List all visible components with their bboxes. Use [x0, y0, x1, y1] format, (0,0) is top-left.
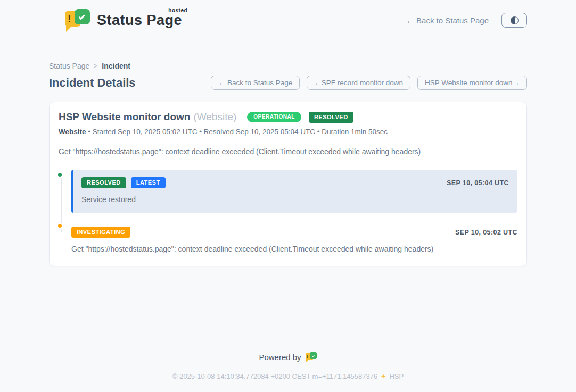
next-incident-button[interactable]: HSP Website monitor down→ [417, 76, 527, 90]
incident-title: HSP Website monitor down [59, 111, 190, 123]
incident-meta-details: • Started Sep 10, 2025 05:02 UTC • Resol… [88, 128, 388, 136]
brand-bubble-icon-small: ! [306, 352, 317, 363]
timeline-entry-badges: INVESTIGATING [71, 227, 130, 238]
timeline-entry-latest: RESOLVED LATEST SEP 10, 05:04 UTC Servic… [71, 170, 517, 213]
timeline-dot-resolved [56, 171, 63, 178]
header-back-link[interactable]: ← Back to Status Page [406, 16, 489, 25]
breadcrumb: Status Page > Incident [49, 62, 527, 70]
timeline-dot-investigating [56, 222, 63, 229]
powered-by-label: Powered by [259, 353, 301, 362]
exclamation-glyph: ! [68, 13, 71, 25]
timeline-entry-timestamp: SEP 10, 05:04 UTC [447, 179, 509, 187]
timeline-entry-badges: RESOLVED LATEST [81, 177, 166, 188]
brand-name: Status Page hosted [97, 12, 182, 29]
resolved-badge: RESOLVED [309, 112, 353, 123]
contrast-icon [511, 16, 519, 24]
title-row: Incident Details ← Back to Status Page ←… [49, 76, 527, 90]
brand-hosted-label: hosted [168, 7, 187, 13]
check-bubble-icon [310, 352, 317, 359]
brand-name-text: Status Page [97, 12, 182, 28]
incident-card: HSP Website monitor down (Website) OPERA… [49, 102, 527, 266]
copyright-suffix: HSP [389, 372, 404, 380]
site-header: ! Status Page hosted ← Back to Status Pa… [49, 0, 527, 32]
incident-component: (Website) [193, 111, 236, 123]
powered-by-row[interactable]: Powered by ! [0, 352, 576, 363]
sparkles-icon: ✦ [380, 372, 388, 380]
timeline-entry-timestamp: SEP 10, 05:02 UTC [455, 229, 517, 236]
incident-nav-buttons: ← Back to Status Page ←SPF record monito… [211, 76, 527, 90]
copyright-row: © 2025-10-08 14:10:34.772084 +0200 CEST … [0, 372, 576, 380]
prev-incident-button[interactable]: ←SPF record monitor down [307, 76, 410, 90]
timeline-entry-investigating: INVESTIGATING SEP 10, 05:02 UTC Get "htt… [71, 227, 517, 255]
incident-title-row: HSP Website monitor down (Website) OPERA… [59, 111, 517, 123]
copyright-text: © 2025-10-08 14:10:34.772084 +0200 CEST … [172, 372, 377, 380]
header-actions: ← Back to Status Page [406, 13, 527, 28]
theme-toggle-button[interactable] [501, 13, 527, 28]
breadcrumb-status-page[interactable]: Status Page [49, 62, 89, 70]
check-icon [79, 13, 85, 20]
timeline-resolved-badge: RESOLVED [81, 177, 126, 188]
timeline-entry-head: INVESTIGATING SEP 10, 05:02 UTC [71, 227, 517, 238]
incident-description: Get "https://hostedstatus.page": context… [59, 147, 517, 156]
brand-logo[interactable]: ! Status Page hosted [65, 9, 182, 32]
site-footer: Powered by ! © 2025-10-08 14:10:34.77208… [0, 352, 576, 392]
check-icon [311, 354, 315, 357]
timeline-latest-badge: LATEST [131, 177, 166, 188]
page-title: Incident Details [49, 76, 136, 90]
timeline-entry-head: RESOLVED LATEST SEP 10, 05:04 UTC [81, 177, 509, 188]
back-to-status-page-button[interactable]: ← Back to Status Page [211, 76, 300, 90]
main-content: Status Page > Incident Incident Details … [49, 32, 527, 266]
timeline-entry-message: Get "https://hostedstatus.page": context… [71, 245, 517, 253]
brand-bubble-icon: ! [65, 9, 90, 32]
check-bubble-icon [75, 9, 90, 24]
operational-badge: OPERATIONAL [247, 112, 301, 122]
breadcrumb-incident: Incident [102, 62, 130, 70]
timeline-investigating-badge: INVESTIGATING [71, 227, 130, 238]
incident-meta-component: Website [59, 128, 86, 136]
incident-timeline: RESOLVED LATEST SEP 10, 05:04 UTC Servic… [59, 170, 517, 255]
timeline-entry-message: Service restored [81, 195, 509, 204]
incident-meta: Website • Started Sep 10, 2025 05:02 UTC… [59, 128, 517, 136]
breadcrumb-separator: > [94, 62, 97, 70]
